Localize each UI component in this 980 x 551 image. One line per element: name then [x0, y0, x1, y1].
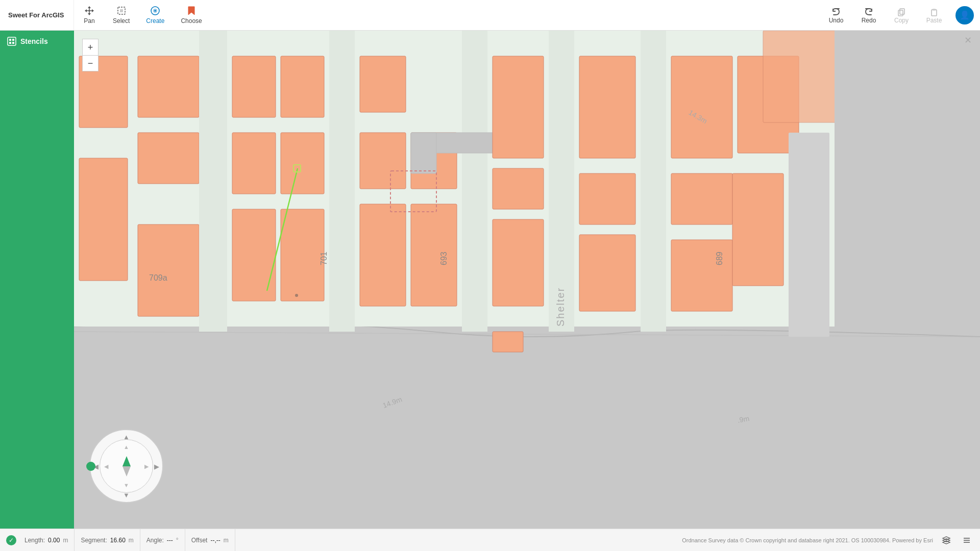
svg-rect-49 [411, 133, 513, 153]
svg-rect-52 [493, 56, 544, 158]
svg-rect-41 [329, 31, 355, 332]
redo-icon [864, 7, 874, 17]
svg-rect-18 [9, 39, 11, 41]
compass-south [122, 466, 131, 477]
compass-north [122, 456, 131, 466]
svg-rect-33 [232, 133, 276, 194]
paste-icon [929, 7, 939, 17]
close-button[interactable]: ✕ [964, 35, 972, 46]
compass-widget[interactable]: ▲ ▼ ◀ ▶ ▲ ▼ ◀ ▶ [89, 429, 163, 503]
svg-rect-23 [74, 31, 980, 327]
undo-button[interactable]: Undo [821, 0, 851, 30]
svg-rect-37 [281, 209, 324, 301]
svg-text:689: 689 [715, 252, 724, 265]
copy-button[interactable]: Copy [886, 0, 917, 30]
svg-text:Shelter: Shelter [555, 287, 566, 327]
status-angle: Angle: --- ° [140, 529, 185, 551]
statusbar: ✓ Length: 0.00 m Segment: 16.60 m Angle:… [0, 529, 980, 551]
svg-line-39 [267, 168, 298, 291]
pan-icon [84, 6, 94, 16]
svg-rect-25 [79, 158, 128, 281]
inner-up: ▲ [124, 444, 129, 450]
toolbar-right: Undo Redo Copy Paste 👤 [821, 0, 980, 30]
svg-rect-19 [12, 39, 14, 41]
svg-rect-32 [232, 56, 276, 117]
svg-marker-5 [85, 9, 87, 12]
map-controls: + − [82, 39, 99, 71]
statusbar-right: Ordnance Survey data © Crown copyright a… [682, 533, 974, 547]
svg-rect-28 [138, 133, 199, 184]
svg-rect-35 [281, 133, 324, 194]
layers-icon [942, 536, 951, 545]
svg-text:709a: 709a [149, 273, 167, 282]
zoom-in-button[interactable]: + [82, 39, 99, 55]
sidebar: Stencils [0, 31, 74, 551]
svg-rect-20 [9, 42, 11, 44]
stencils-icon [7, 37, 16, 46]
copy-icon [896, 7, 906, 17]
list-button[interactable] [960, 533, 974, 547]
svg-rect-46 [411, 204, 457, 306]
svg-rect-44 [360, 204, 406, 306]
svg-rect-17 [8, 37, 16, 45]
pan-button[interactable]: Pan [74, 0, 105, 30]
status-offset: Offset --,-- m [185, 529, 235, 551]
svg-text:14.3m: 14.3m [688, 108, 709, 125]
svg-rect-55 [549, 31, 574, 332]
svg-rect-54 [493, 219, 544, 306]
svg-rect-31 [199, 31, 227, 332]
svg-rect-16 [933, 9, 936, 11]
svg-text:701: 701 [320, 252, 328, 265]
svg-rect-42 [360, 56, 406, 112]
status-length: Length: 0.00 m [18, 529, 75, 551]
svg-rect-60 [671, 56, 732, 158]
svg-rect-67 [789, 133, 829, 337]
svg-rect-57 [579, 173, 635, 224]
svg-rect-8 [120, 9, 123, 12]
compass-right[interactable]: ▶ [154, 462, 159, 470]
svg-rect-58 [579, 235, 635, 311]
svg-rect-51 [390, 171, 436, 212]
svg-rect-21 [12, 42, 14, 44]
svg-rect-69 [493, 332, 523, 352]
svg-rect-45 [411, 133, 457, 189]
status-segment: Segment: 16.60 m [75, 529, 140, 551]
svg-point-74 [295, 294, 298, 297]
inner-left: ◀ [104, 463, 108, 469]
app-title: Sweet For ArcGIS [0, 0, 74, 30]
svg-marker-3 [88, 6, 91, 8]
map-svg: 709a 701 693 [74, 31, 980, 529]
sidebar-title: Stencils [20, 37, 48, 45]
svg-rect-64 [738, 56, 799, 153]
select-button[interactable]: Select [105, 0, 138, 30]
svg-text:14.9m: 14.9m [382, 395, 403, 409]
svg-rect-27 [138, 224, 199, 316]
paste-button[interactable]: Paste [919, 0, 949, 30]
svg-rect-43 [360, 133, 406, 189]
svg-rect-53 [493, 168, 544, 209]
svg-marker-6 [92, 9, 94, 12]
create-button[interactable]: Create [138, 0, 173, 30]
svg-marker-12 [188, 7, 194, 15]
choose-icon [186, 6, 197, 16]
zoom-out-button[interactable]: − [82, 55, 99, 71]
sidebar-header: Stencils [0, 31, 74, 52]
redo-button[interactable]: Redo [853, 0, 884, 30]
svg-rect-66 [732, 173, 783, 286]
svg-rect-68 [835, 31, 980, 332]
map-container[interactable]: 709a 701 693 [74, 31, 980, 529]
undo-icon [831, 7, 841, 17]
svg-rect-59 [641, 31, 666, 332]
choose-button[interactable]: Choose [173, 0, 210, 30]
svg-rect-22 [74, 301, 980, 529]
list-icon [962, 536, 971, 545]
svg-text:.9m: .9m [737, 414, 750, 424]
svg-rect-56 [579, 56, 635, 158]
user-avatar[interactable]: 👤 [955, 6, 974, 24]
svg-rect-62 [671, 240, 732, 311]
create-icon [150, 6, 160, 16]
select-icon [116, 6, 127, 16]
layers-button[interactable] [939, 533, 953, 547]
svg-rect-13 [900, 9, 904, 14]
svg-rect-29 [138, 56, 199, 117]
